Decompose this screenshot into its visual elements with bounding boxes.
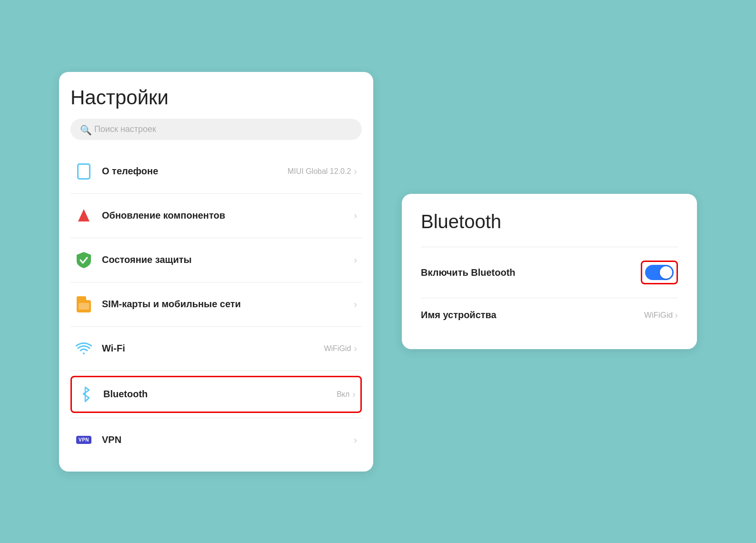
menu-label-protection: Состояние защиты xyxy=(102,254,354,265)
bluetooth-device-name-label: Имя устройства xyxy=(421,310,497,321)
divider-1 xyxy=(70,193,362,194)
menu-label-sim: SIM-карты и мобильные сети xyxy=(102,299,354,310)
bluetooth-toggle[interactable] xyxy=(645,265,674,280)
menu-value-wifi: WiFiGid xyxy=(324,344,351,353)
menu-label-update: Обновление компонентов xyxy=(102,210,354,221)
settings-title: Настройки xyxy=(70,86,362,109)
search-bar[interactable]: 🔍 Поиск настроек xyxy=(70,119,362,140)
chevron-phone-icon: › xyxy=(354,166,357,177)
menu-item-sim[interactable]: SIM-карты и мобильные сети › xyxy=(70,287,362,322)
bluetooth-detail-panel: Bluetooth Включить Bluetooth Имя устройс… xyxy=(402,194,697,349)
chevron-update-icon: › xyxy=(354,210,357,221)
divider-4 xyxy=(70,326,362,327)
divider-5 xyxy=(70,371,362,371)
vpn-icon: VPN xyxy=(75,432,92,449)
bluetooth-detail-title: Bluetooth xyxy=(421,211,678,232)
vpn-badge: VPN xyxy=(76,436,91,444)
bluetooth-toggle-wrapper xyxy=(641,261,678,284)
divider-3 xyxy=(70,282,362,282)
menu-item-phone[interactable]: О телефоне MIUI Global 12.0.2 › xyxy=(70,154,362,189)
sim-icon xyxy=(75,296,92,313)
svg-rect-4 xyxy=(79,303,89,310)
divider-6 xyxy=(70,418,362,418)
menu-item-update[interactable]: Обновление компонентов › xyxy=(70,199,362,233)
svg-rect-1 xyxy=(82,218,85,221)
menu-label-phone: О телефоне xyxy=(102,166,288,177)
bluetooth-device-name-value: WiFiGid xyxy=(644,311,673,320)
menu-item-vpn[interactable]: VPN VPN › xyxy=(70,423,362,457)
menu-value-phone: MIUI Global 12.0.2 xyxy=(288,167,351,176)
toggle-thumb xyxy=(660,266,672,279)
bluetooth-icon xyxy=(77,386,94,403)
chevron-sim-icon: › xyxy=(354,299,357,310)
search-icon: 🔍 xyxy=(80,124,90,134)
menu-item-wifi[interactable]: Wi-Fi WiFiGid › xyxy=(70,332,362,366)
menu-label-bluetooth: Bluetooth xyxy=(103,389,337,400)
shield-icon xyxy=(75,251,92,269)
settings-panel: Настройки 🔍 Поиск настроек О телефоне MI… xyxy=(59,72,373,472)
bluetooth-enable-label: Включить Bluetooth xyxy=(421,267,516,278)
chevron-vpn-icon: › xyxy=(354,434,357,445)
search-placeholder: Поиск настроек xyxy=(94,124,156,134)
divider-2 xyxy=(70,238,362,238)
svg-rect-3 xyxy=(77,296,86,303)
menu-item-protection[interactable]: Состояние защиты › xyxy=(70,243,362,277)
menu-label-vpn: VPN xyxy=(102,434,354,445)
chevron-wifi-icon: › xyxy=(354,343,357,354)
menu-value-bluetooth: Вкл xyxy=(337,390,349,399)
menu-label-wifi: Wi-Fi xyxy=(102,343,324,354)
wifi-icon xyxy=(75,340,92,357)
chevron-bluetooth-icon: › xyxy=(352,389,356,400)
phone-icon xyxy=(75,163,92,180)
chevron-device-icon: › xyxy=(675,310,678,321)
bluetooth-device-row[interactable]: Имя устройства WiFiGid › xyxy=(421,298,678,332)
update-icon xyxy=(75,207,92,224)
bluetooth-enable-row: Включить Bluetooth xyxy=(421,247,678,298)
bluetooth-device-value: WiFiGid › xyxy=(644,310,678,321)
menu-item-bluetooth[interactable]: Bluetooth Вкл › xyxy=(70,376,362,413)
chevron-protection-icon: › xyxy=(354,254,357,265)
